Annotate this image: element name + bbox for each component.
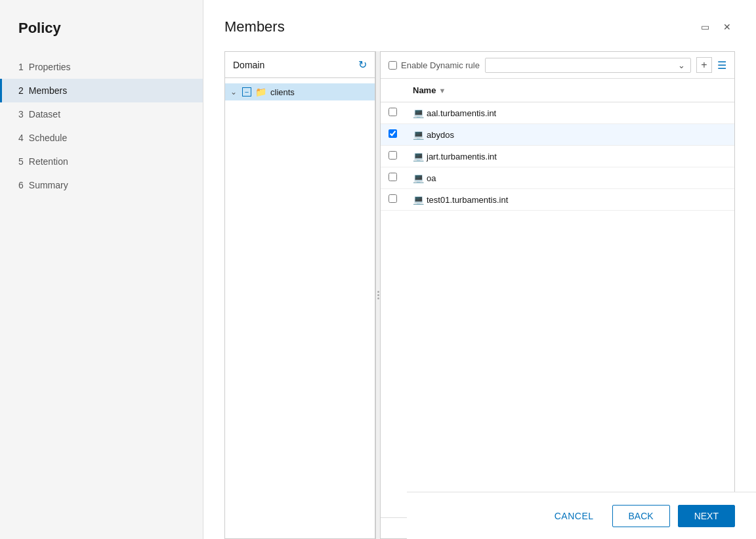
sort-icon: ▼ — [438, 87, 446, 95]
row-checkbox-cell — [381, 167, 405, 189]
row-checkbox-cell — [381, 124, 405, 146]
domain-tree: ⌄ − 📁 clients — [225, 78, 375, 538]
main-content: Members ▭ ✕ Domain ↻ ⌄ − 📁 clients — [203, 0, 756, 539]
member-name-cell: 💻jart.turbamentis.int — [405, 146, 734, 167]
table-row: 💻test01.turbamentis.int — [381, 189, 734, 211]
sidebar-item-members[interactable]: 2 Members — [0, 79, 203, 102]
sidebar-title: Policy — [0, 20, 203, 55]
domain-panel: Domain ↻ ⌄ − 📁 clients — [224, 51, 375, 539]
tree-item-clients[interactable]: ⌄ − 📁 clients — [225, 83, 375, 100]
sidebar-label-summary: Summary — [29, 180, 68, 190]
sidebar-label-retention: Retention — [29, 156, 68, 167]
resize-handle[interactable] — [375, 51, 381, 539]
window-icon[interactable]: ▭ — [697, 19, 713, 35]
add-button[interactable]: + — [696, 57, 712, 73]
sidebar: Policy 1 Properties 2 Members 3 Dataset … — [0, 0, 203, 539]
tree-item-label: clients — [270, 87, 295, 97]
dynamic-rule-label[interactable]: Enable Dynamic rule — [388, 60, 480, 70]
header-icons: ▭ ✕ — [697, 19, 735, 35]
computer-icon: 💻 — [413, 173, 424, 183]
step-num-3: 3 — [18, 109, 24, 119]
dynamic-rule-bar: Enable Dynamic rule ⌄ + ☰ — [381, 52, 734, 79]
computer-icon: 💻 — [413, 194, 424, 205]
members-table: Name ▼ 💻aal.turbamentis.int💻abydos💻jart.… — [381, 79, 734, 517]
sidebar-item-summary[interactable]: 6 Summary — [0, 173, 203, 197]
member-name-cell: 💻aal.turbamentis.int — [405, 102, 734, 124]
name-column-header[interactable]: Name ▼ — [405, 79, 734, 102]
row-checkbox-cell — [381, 102, 405, 124]
sidebar-label-dataset: Dataset — [29, 109, 60, 119]
filter-icon[interactable]: ☰ — [717, 59, 726, 72]
member-name: test01.turbamentis.int — [427, 195, 508, 205]
close-icon[interactable]: ✕ — [719, 19, 735, 35]
sidebar-label-properties: Properties — [29, 62, 71, 72]
domain-title: Domain — [233, 60, 264, 70]
sidebar-item-properties[interactable]: 1 Properties — [0, 55, 203, 79]
table-row: 💻oa — [381, 167, 734, 189]
step-num-5: 5 — [18, 156, 24, 167]
row-checkbox-cell — [381, 146, 405, 167]
domain-header: Domain ↻ — [225, 52, 375, 78]
members-table-element: Name ▼ 💻aal.turbamentis.int💻abydos💻jart.… — [381, 79, 734, 211]
checkbox-header — [381, 79, 405, 102]
main-header: Members ▭ ✕ — [224, 18, 735, 35]
member-name-cell: 💻oa — [405, 167, 734, 189]
cancel-button[interactable]: CANCEL — [544, 506, 604, 527]
table-row: 💻jart.turbamentis.int — [381, 146, 734, 167]
table-row: 💻abydos — [381, 124, 734, 146]
folder-icon: 📁 — [255, 87, 266, 97]
member-checkbox-aal[interactable] — [388, 108, 397, 116]
chevron-down-icon: ⌄ — [678, 60, 685, 70]
computer-icon: 💻 — [413, 151, 424, 162]
rule-dropdown[interactable]: ⌄ — [485, 58, 691, 73]
chevron-down-icon: ⌄ — [230, 87, 240, 97]
table-header-row: Name ▼ — [381, 79, 734, 102]
members-panel: Enable Dynamic rule ⌄ + ☰ — [381, 51, 735, 539]
content-area: Domain ↻ ⌄ − 📁 clients — [224, 51, 735, 539]
member-name-cell: 💻test01.turbamentis.int — [405, 189, 734, 211]
bottom-bar: CANCEL BACK NEXT — [407, 492, 756, 539]
member-checkbox-jart[interactable] — [388, 151, 397, 160]
member-name: aal.turbamentis.int — [427, 108, 496, 118]
folder-minus-icon: − — [242, 87, 251, 97]
dynamic-rule-checkbox[interactable] — [388, 61, 397, 70]
step-num-2: 2 — [18, 85, 24, 96]
sidebar-item-schedule[interactable]: 4 Schedule — [0, 126, 203, 150]
member-name: oa — [427, 173, 436, 183]
sidebar-item-retention[interactable]: 5 Retention — [0, 150, 203, 173]
sidebar-label-members: Members — [29, 85, 67, 96]
member-checkbox-oa[interactable] — [388, 173, 397, 181]
member-checkbox-test01[interactable] — [388, 194, 397, 203]
back-button[interactable]: BACK — [612, 505, 670, 527]
computer-icon: 💻 — [413, 108, 424, 118]
step-num-1: 1 — [18, 62, 24, 72]
next-button[interactable]: NEXT — [678, 505, 735, 527]
computer-icon: 💻 — [413, 129, 424, 140]
member-name: abydos — [427, 130, 454, 140]
main-title: Members — [224, 18, 285, 35]
member-checkbox-abydos[interactable] — [388, 129, 397, 138]
row-checkbox-cell — [381, 189, 405, 211]
table-row: 💻aal.turbamentis.int — [381, 102, 734, 124]
refresh-button[interactable]: ↻ — [358, 58, 367, 71]
modal-dialog: Policy 1 Properties 2 Members 3 Dataset … — [0, 0, 756, 539]
resize-dots — [377, 291, 379, 299]
dynamic-rule-text: Enable Dynamic rule — [401, 60, 480, 70]
member-name-cell: 💻abydos — [405, 124, 734, 146]
member-name: jart.turbamentis.int — [427, 152, 497, 162]
sidebar-label-schedule: Schedule — [29, 133, 67, 143]
step-num-6: 6 — [18, 180, 24, 190]
step-num-4: 4 — [18, 133, 24, 143]
sidebar-item-dataset[interactable]: 3 Dataset — [0, 102, 203, 126]
